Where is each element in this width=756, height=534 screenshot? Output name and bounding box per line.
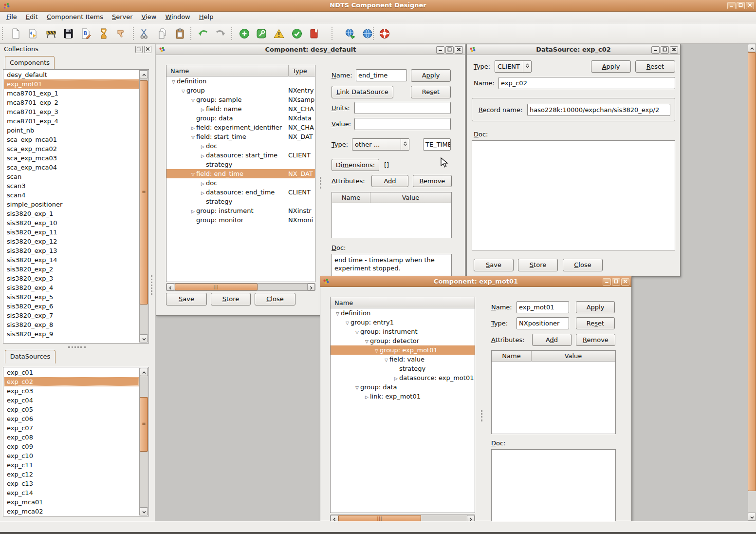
save-button[interactable]: Save — [166, 293, 207, 305]
remove-button[interactable]: Remove — [413, 175, 452, 187]
tree-hscrollbar[interactable]: ||| — [166, 283, 315, 291]
scroll-up-icon[interactable] — [748, 44, 756, 52]
tree-row[interactable]: ▽group: detector — [331, 336, 475, 345]
scrollbar-thumb[interactable]: ≡ — [140, 397, 148, 452]
list-item[interactable]: sis3820_exp_3 — [4, 274, 139, 283]
list-item[interactable]: desy_default — [4, 70, 139, 79]
tree-row[interactable]: ▷datasource: end_timeCLIENT — [166, 188, 315, 197]
list-item[interactable]: exp_c02 — [4, 377, 139, 386]
tab-components[interactable]: Components — [5, 56, 55, 70]
remove-button[interactable]: Remove — [576, 334, 615, 346]
tree-row[interactable]: ▽definition — [166, 76, 315, 86]
tree-row[interactable]: strategy — [166, 197, 315, 206]
add-item-icon[interactable] — [239, 28, 250, 39]
list-item[interactable]: exp_c06 — [4, 414, 139, 423]
menu-item-help[interactable]: Help — [195, 12, 218, 23]
list-item[interactable]: exp_c03 — [4, 386, 139, 396]
dimensions-button[interactable]: Dimensions: — [332, 159, 379, 171]
window-titlebar[interactable]: Component: exp_mot01 — [320, 276, 631, 287]
undo-icon[interactable] — [197, 28, 209, 39]
open-icon[interactable] — [27, 28, 39, 39]
list-item[interactable]: scan3 — [4, 181, 139, 191]
tree-header-name[interactable]: Name — [170, 67, 189, 75]
close-button[interactable]: Close — [563, 259, 603, 271]
menu-item-file[interactable]: File — [2, 12, 21, 23]
minimize-icon[interactable] — [436, 46, 444, 54]
globe-sync-icon[interactable] — [344, 28, 356, 39]
type-select[interactable]: other ... — [352, 138, 409, 151]
list-item[interactable]: sis3820_exp_9 — [4, 329, 139, 339]
remove-item-icon[interactable] — [308, 28, 320, 39]
cut-icon[interactable] — [139, 28, 150, 39]
warning-icon[interactable] — [273, 28, 285, 39]
help-icon[interactable] — [379, 28, 390, 39]
list-item[interactable]: sis3820_exp_12 — [4, 237, 139, 246]
list-item[interactable]: sis3820_exp_2 — [4, 265, 139, 274]
window-titlebar[interactable]: DataSource: exp_c02 — [467, 44, 680, 55]
tree-row[interactable]: ▷doc — [166, 141, 315, 151]
globe-icon[interactable] — [362, 28, 373, 39]
list-item[interactable]: sis3820_exp_14 — [4, 255, 139, 265]
scroll-down-icon[interactable] — [140, 507, 148, 515]
scrollbar-thumb[interactable] — [748, 52, 756, 491]
tree-row[interactable]: ▽group: exp_mot01 — [331, 345, 475, 355]
reset-button[interactable]: Reset — [411, 86, 451, 98]
scrollbar-thumb[interactable]: ||| — [338, 515, 421, 521]
components-scrollbar[interactable]: ≡ — [139, 70, 148, 343]
save-button[interactable]: Save — [474, 259, 514, 271]
list-item[interactable]: mca8701_exp_1 — [4, 89, 139, 98]
minimize-icon[interactable] — [651, 46, 660, 54]
tree-row[interactable]: ▽definition — [331, 308, 475, 318]
tree-row[interactable]: ▽field: start_timeNX_DAT — [166, 132, 315, 141]
tree-row[interactable]: ▽group: entry1 — [331, 318, 475, 327]
scroll-right-icon[interactable] — [307, 284, 315, 290]
construction-icon[interactable] — [45, 28, 57, 39]
list-item[interactable]: sis3820_exp_4 — [4, 283, 139, 292]
tree-row[interactable]: ▷link: exp_mot01 — [331, 392, 475, 401]
apply-button[interactable]: Apply — [411, 69, 451, 82]
maximize-icon[interactable] — [445, 46, 454, 54]
link-datasource-button[interactable]: Link DataSource — [332, 86, 393, 98]
tools-icon[interactable] — [256, 28, 267, 39]
store-button[interactable]: Store — [211, 293, 251, 305]
store-button[interactable]: Store — [518, 259, 558, 271]
add-button[interactable]: Add — [532, 334, 572, 346]
copy-icon[interactable] — [157, 28, 168, 39]
menu-item-window[interactable]: Window — [161, 12, 194, 23]
column-value[interactable]: Value — [531, 351, 615, 362]
list-item[interactable]: sis3820_exp_13 — [4, 246, 139, 255]
menu-item-view[interactable]: View — [137, 12, 161, 23]
name-field[interactable]: exp_mot01 — [516, 301, 569, 313]
tree-row[interactable]: ▷group: instrumentNXinstr — [166, 206, 315, 215]
tree-row[interactable]: strategy — [166, 160, 315, 169]
tree-row[interactable]: ▷field: nameNX_CHA — [166, 104, 315, 114]
close-icon[interactable] — [455, 46, 463, 54]
column-name[interactable]: Name — [332, 192, 370, 203]
list-item[interactable]: exp_mca01 — [4, 497, 139, 507]
column-name[interactable]: Name — [492, 351, 531, 362]
paste-icon[interactable] — [174, 28, 186, 39]
datasources-scrollbar[interactable]: ≡ — [139, 368, 148, 515]
tree-row[interactable]: ▽field: end_timeNX_DAT — [166, 169, 315, 178]
scroll-left-icon[interactable] — [331, 515, 338, 521]
menu-item-component-items[interactable]: Component Items — [42, 12, 108, 23]
list-item[interactable]: sca_exp_mca04 — [4, 163, 139, 172]
list-item[interactable]: simple_positioner — [4, 200, 139, 209]
hand-icon[interactable] — [115, 28, 127, 39]
list-item[interactable]: exp_c04 — [4, 396, 139, 405]
list-item[interactable]: sis3820_exp_6 — [4, 302, 139, 311]
menu-item-edit[interactable]: Edit — [21, 12, 42, 23]
attributes-table[interactable]: Name Value — [491, 350, 616, 434]
value-field[interactable] — [354, 118, 451, 130]
units-field[interactable] — [354, 102, 451, 114]
name-field[interactable]: end_time — [356, 69, 407, 81]
scroll-up-icon[interactable] — [140, 368, 148, 376]
pane-splitter-handle[interactable] — [320, 177, 321, 189]
list-item[interactable]: scan — [4, 172, 139, 181]
record-name-field[interactable]: haso228k:10000/expchan/sis3820_exp/2 — [527, 104, 670, 116]
list-item[interactable]: mca8701_exp_4 — [4, 116, 139, 126]
tree-row[interactable]: ▷field: experiment_identifierNX_CHA — [166, 123, 315, 132]
scrollbar-thumb[interactable]: ≡ — [140, 80, 148, 305]
list-item[interactable]: sis3820_exp_11 — [4, 228, 139, 237]
save-icon[interactable] — [62, 28, 74, 39]
